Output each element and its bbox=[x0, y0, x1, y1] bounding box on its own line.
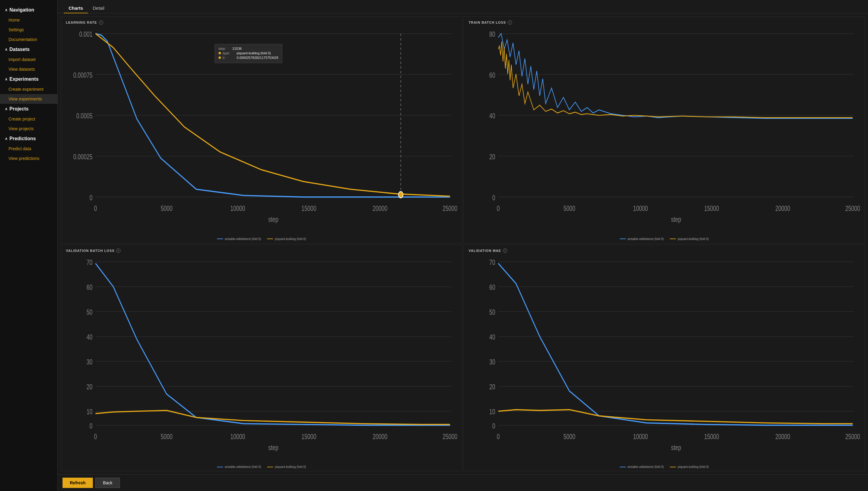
svg-text:0: 0 bbox=[94, 205, 97, 212]
svg-text:20: 20 bbox=[489, 383, 495, 391]
sidebar-section-navigation[interactable]: ∧ Navigation bbox=[0, 5, 57, 15]
chevron-icon: ∧ bbox=[5, 8, 7, 12]
sidebar-item-settings[interactable]: Settings bbox=[0, 25, 57, 35]
bottom-bar: Refresh Back bbox=[58, 474, 868, 491]
back-button[interactable]: Back bbox=[95, 478, 120, 488]
refresh-button[interactable]: Refresh bbox=[62, 478, 93, 488]
sidebar-section-label: Predictions bbox=[9, 136, 36, 141]
legend-item-orange: piquant-bulldog (fold 0) bbox=[267, 465, 306, 468]
svg-text:0.001: 0.001 bbox=[79, 30, 92, 38]
chart-area-validation-mae: 70 60 50 40 30 20 10 0 0 5000 10000 1500… bbox=[469, 254, 860, 464]
svg-text:0.0005: 0.0005 bbox=[76, 112, 92, 120]
svg-text:step: step bbox=[671, 443, 681, 451]
sidebar-item-view-datasets[interactable]: View datasets bbox=[0, 64, 57, 74]
svg-text:5000: 5000 bbox=[563, 205, 575, 212]
svg-text:0: 0 bbox=[492, 422, 495, 430]
svg-text:70: 70 bbox=[489, 258, 495, 266]
svg-text:20000: 20000 bbox=[373, 205, 387, 212]
sidebar-item-documentation[interactable]: Documentation bbox=[0, 35, 57, 44]
chart-validation-mae: VALIDATION MAE i 70 60 50 bbox=[463, 244, 865, 471]
svg-text:40: 40 bbox=[489, 112, 495, 120]
sidebar: ∧ Navigation Home Settings Documentation… bbox=[0, 0, 58, 491]
validation-mae-svg: 70 60 50 40 30 20 10 0 0 5000 10000 1500… bbox=[469, 254, 860, 464]
svg-text:20000: 20000 bbox=[776, 433, 790, 441]
svg-text:60: 60 bbox=[489, 71, 495, 79]
legend-item-orange: piquant-bulldog (fold 0) bbox=[267, 237, 306, 241]
tab-detail[interactable]: Detail bbox=[88, 3, 109, 13]
chevron-icon: ∧ bbox=[5, 47, 7, 52]
svg-text:60: 60 bbox=[86, 283, 92, 291]
sidebar-item-create-project[interactable]: Create project bbox=[0, 114, 57, 124]
info-icon[interactable]: i bbox=[503, 249, 507, 253]
chevron-icon: ∧ bbox=[5, 137, 7, 141]
svg-text:0: 0 bbox=[497, 205, 500, 212]
chart-validation-batch-loss: VALIDATION BATCH LOSS i 70 60 bbox=[61, 244, 462, 471]
sidebar-item-predict-data[interactable]: Predict data bbox=[0, 144, 57, 153]
charts-grid: LEARNING RATE i 0.001 0.00075 0.0005 0.0… bbox=[58, 13, 868, 474]
svg-text:80: 80 bbox=[489, 30, 495, 38]
svg-text:10000: 10000 bbox=[633, 205, 648, 212]
legend-line-blue bbox=[217, 238, 223, 239]
svg-text:step: step bbox=[268, 215, 278, 223]
svg-text:30: 30 bbox=[86, 358, 92, 366]
chart-title-validation-mae: VALIDATION MAE i bbox=[469, 249, 860, 253]
svg-text:5000: 5000 bbox=[161, 205, 172, 212]
svg-text:20: 20 bbox=[86, 383, 92, 391]
svg-text:10000: 10000 bbox=[633, 433, 648, 441]
chevron-icon: ∧ bbox=[5, 107, 7, 111]
sidebar-item-home[interactable]: Home bbox=[0, 15, 57, 25]
svg-text:25000: 25000 bbox=[442, 205, 457, 212]
svg-text:5000: 5000 bbox=[161, 433, 172, 441]
sidebar-section-label: Navigation bbox=[9, 7, 34, 13]
sidebar-item-view-predictions[interactable]: View predictions bbox=[0, 153, 57, 163]
svg-text:10: 10 bbox=[86, 408, 92, 415]
svg-text:25000: 25000 bbox=[845, 205, 860, 212]
legend-line-orange bbox=[267, 467, 273, 467]
svg-text:5000: 5000 bbox=[563, 433, 575, 441]
sidebar-item-import-dataset[interactable]: Import dataset bbox=[0, 55, 57, 64]
chart-area-learning-rate: 0.001 0.00075 0.0005 0.00025 0 0 5000 10… bbox=[66, 26, 457, 236]
sidebar-item-view-experiments[interactable]: View experiments bbox=[0, 94, 57, 104]
svg-text:step: step bbox=[268, 443, 278, 451]
svg-text:40: 40 bbox=[86, 333, 92, 341]
legend-item-blue: amiable-wildebeest (fold 0) bbox=[217, 465, 261, 468]
svg-text:0: 0 bbox=[492, 194, 495, 202]
svg-text:40: 40 bbox=[489, 333, 495, 341]
svg-text:15000: 15000 bbox=[704, 433, 719, 441]
sidebar-section-predictions[interactable]: ∧ Predictions bbox=[0, 134, 57, 144]
sidebar-item-create-experiment[interactable]: Create experiment bbox=[0, 84, 57, 94]
chart-learning-rate: LEARNING RATE i 0.001 0.00075 0.0005 0.0… bbox=[61, 17, 462, 243]
chart-area-validation-batch-loss: 70 60 50 40 30 20 10 0 0 5000 10000 1500… bbox=[66, 254, 457, 464]
sidebar-section-experiments[interactable]: ∧ Experiments bbox=[0, 74, 57, 84]
train-batch-loss-svg: 80 60 40 20 0 0 5000 10000 15000 20000 2… bbox=[469, 26, 860, 236]
svg-text:60: 60 bbox=[489, 283, 495, 291]
chart-legend-learning-rate: amiable-wildebeest (fold 0) piquant-bull… bbox=[66, 237, 457, 241]
svg-text:20000: 20000 bbox=[776, 205, 790, 212]
sidebar-section-label: Datasets bbox=[9, 47, 30, 52]
svg-text:25000: 25000 bbox=[442, 433, 457, 441]
svg-text:70: 70 bbox=[86, 258, 92, 266]
svg-text:0.00025: 0.00025 bbox=[73, 153, 92, 161]
svg-text:0: 0 bbox=[90, 422, 92, 430]
info-icon[interactable]: i bbox=[116, 249, 120, 253]
sidebar-section-projects[interactable]: ∧ Projects bbox=[0, 104, 57, 114]
svg-text:15000: 15000 bbox=[301, 433, 316, 441]
chart-area-train-batch-loss: 80 60 40 20 0 0 5000 10000 15000 20000 2… bbox=[469, 26, 860, 236]
info-icon[interactable]: i bbox=[99, 20, 103, 25]
legend-line-orange bbox=[267, 238, 273, 239]
svg-text:30: 30 bbox=[489, 358, 495, 366]
svg-text:step: step bbox=[671, 215, 681, 223]
sidebar-item-view-projects[interactable]: View projects bbox=[0, 124, 57, 134]
svg-text:50: 50 bbox=[86, 308, 92, 316]
legend-item-orange: piquant-bulldog (fold 0) bbox=[670, 465, 709, 468]
svg-text:0: 0 bbox=[497, 433, 500, 441]
svg-text:50: 50 bbox=[489, 308, 495, 316]
info-icon[interactable]: i bbox=[508, 20, 512, 25]
chart-legend-validation-batch-loss: amiable-wildebeest (fold 0) piquant-bull… bbox=[66, 465, 457, 468]
sidebar-section-datasets[interactable]: ∧ Datasets bbox=[0, 44, 57, 55]
svg-text:0: 0 bbox=[90, 194, 92, 202]
tab-charts[interactable]: Charts bbox=[64, 3, 88, 13]
svg-text:20000: 20000 bbox=[373, 433, 387, 441]
svg-text:15000: 15000 bbox=[301, 205, 316, 212]
svg-text:0: 0 bbox=[94, 433, 97, 441]
